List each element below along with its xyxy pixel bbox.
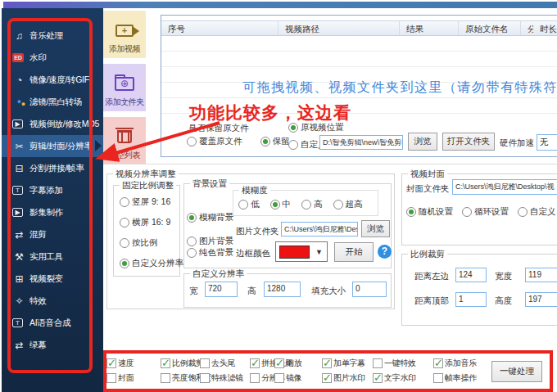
cover-mode-radio[interactable]: 自定义 (518, 206, 556, 218)
crop-left-input[interactable]: 124 (455, 268, 487, 282)
radio-icon (238, 200, 248, 210)
sidebar-item[interactable]: ● 滤镜/黑白转场 (2, 91, 103, 113)
add-folder-button[interactable]: ⊕ 添加文件夹 (103, 64, 146, 111)
sidebar-item[interactable]: ⇄ 混剪 (2, 223, 103, 246)
feature-checkbox[interactable]: 镜像 (274, 372, 301, 384)
sidebar-item-icon: ED (12, 53, 24, 62)
width-input[interactable]: 720 (205, 282, 238, 297)
start-button[interactable]: 开始 (334, 242, 374, 262)
sidebar-item-icon: ● (12, 98, 26, 106)
crop-panel-title: 比例裁剪 (408, 249, 447, 260)
fixed-ratio-radio[interactable]: 按比例 (120, 237, 183, 249)
blur-level-radio[interactable]: 低 (238, 199, 260, 210)
feature-checkbox[interactable]: 添加音乐 (433, 358, 477, 369)
sidebar-item[interactable]: ◔ 镜像/速度/转GIF (2, 69, 103, 91)
table-column-header[interactable]: 结果 (400, 21, 459, 35)
fixed-ratio-radio[interactable]: 竖屏 9: 16 (120, 196, 183, 208)
table-column-header[interactable]: 时长 (533, 21, 557, 35)
table-column-header[interactable]: 分辨率 (521, 21, 533, 35)
border-color-picker[interactable]: ▼ (275, 241, 328, 262)
video-camera-icon: + (115, 25, 134, 37)
checkbox-icon (200, 358, 210, 368)
sidebar-item[interactable]: ▶ 影集制作 (2, 201, 103, 223)
hw-accel-select[interactable]: 无 (537, 134, 557, 151)
background-mode-radio[interactable]: 图片背景 (187, 236, 233, 247)
sidebar-item[interactable]: ♫ 音乐处理 (2, 25, 103, 47)
keep-original-radio[interactable]: 保留 (260, 136, 290, 147)
checkbox-icon (250, 373, 260, 383)
table-column-header[interactable]: 序号 (161, 21, 278, 35)
feature-checkbox[interactable]: 一键特效 (373, 358, 416, 369)
feature-checkbox[interactable]: 特殊滤镜 (200, 372, 243, 384)
crop-width-input[interactable]: 119 (525, 268, 557, 282)
sidebar-item[interactable]: ✧ 特效 (2, 290, 103, 312)
crop-top-input[interactable]: 1 (455, 292, 487, 307)
add-video-button[interactable]: + 添加视频 (103, 11, 146, 58)
sidebar-item[interactable]: ▶ 视频倒放/修改MD5 (2, 113, 103, 135)
feature-checkbox[interactable]: 封面 (106, 372, 134, 384)
feature-checkbox[interactable]: 倒放 (274, 358, 301, 369)
width-label: 宽 (189, 286, 198, 297)
help-icon[interactable]: ? (378, 245, 392, 259)
sidebar-item-label: 滤镜/黑白转场 (29, 97, 82, 108)
checkbox-icon (322, 373, 332, 383)
checkbox-icon (161, 373, 170, 383)
checkbox-icon (274, 373, 284, 383)
radio-icon (301, 200, 311, 210)
sidebar-item-label: 分割/拼接/帧率 (29, 163, 84, 174)
blur-level-radio[interactable]: 中 (270, 199, 292, 210)
checkbox-icon (373, 373, 383, 383)
output-path-input[interactable]: D:\智免剪辑\new\智免剪辑 (319, 135, 403, 150)
sidebar-item[interactable]: ⊞ 视频裂变 (2, 268, 103, 290)
border-color-label: 边框颜色 (236, 248, 270, 259)
feature-checkbox[interactable]: 文字水印 (373, 372, 416, 384)
cover-mode-radio[interactable]: 随机设置 (406, 206, 453, 218)
checkbox-icon (373, 358, 383, 368)
fixed-ratio-radio[interactable]: 自定义分辨率 (120, 258, 183, 269)
fill-size-input[interactable]: 0 (352, 282, 387, 297)
feature-checkbox[interactable]: 帧率操作 (433, 372, 477, 384)
cover-folder-input[interactable]: C:\Users\鸿归尼雅\Desktop\视 (452, 179, 557, 195)
clear-list-button[interactable]: 清空列表 (103, 117, 146, 164)
sidebar-item[interactable]: T AI语音合成 (2, 312, 103, 334)
height-input[interactable]: 1280 (264, 282, 301, 297)
sidebar: ♫ 音乐处理 ED 水印 ◔ 镜像/速度/转GIF ● 滤镜/黑白转场 (2, 8, 103, 392)
radio-icon (187, 237, 197, 246)
background-title: 背景设置 (190, 178, 229, 190)
radio-icon (187, 213, 197, 223)
sidebar-item[interactable]: ⇄ 绿幕 (2, 334, 103, 356)
crop-height-input[interactable]: 197 (525, 292, 557, 307)
process-button[interactable]: 一键处理 (491, 361, 542, 382)
table-column-header[interactable]: 原始文件名 (459, 21, 521, 35)
sidebar-item[interactable]: T 字幕添加 (2, 179, 103, 201)
cover-mode-radio[interactable]: 循环设置 (462, 206, 509, 218)
color-swatch (279, 246, 310, 259)
feature-checkbox[interactable]: 加单字幕 (322, 358, 365, 369)
sidebar-item[interactable]: ⚒ 实用工具 (2, 246, 103, 268)
fixed-ratio-title: 固定比例调整 (120, 180, 176, 191)
feature-checkbox[interactable]: 比例裁剪 (161, 358, 204, 369)
image-folder-browse-button[interactable]: 浏览 (361, 220, 390, 237)
background-mode-radio[interactable]: 模糊背景 (187, 212, 233, 223)
blur-level-radio[interactable]: 超高 (333, 199, 363, 210)
keep-original-radio[interactable]: 覆盖原文件 (187, 136, 242, 147)
feature-checkbox[interactable]: 图片水印 (322, 372, 365, 384)
sidebar-item[interactable]: ⊟ 分割/拼接/帧率 (2, 157, 103, 179)
radio-icon (462, 207, 472, 217)
blur-level-radio[interactable]: 高 (301, 199, 323, 210)
background-mode-radio[interactable]: 纯色背景 (187, 247, 233, 259)
sidebar-item[interactable]: ✂ 剪辑/封面/分辨率 (2, 135, 103, 157)
feature-row-2: 亮度饱和度 特殊滤镜 分辨率 镜像 (106, 372, 550, 384)
sidebar-item-label: AI语音合成 (29, 318, 70, 329)
open-folder-button[interactable]: 打开文件夹 (442, 133, 495, 151)
table-column-header[interactable]: 视频路径 (278, 21, 400, 35)
browse-button[interactable]: 浏览 (408, 133, 437, 151)
video-table-header: 序号 视频路径 结果 原始文件名 分辨率 时长 (161, 20, 557, 36)
image-folder-input[interactable]: C:\Users\鸿归尼雅\Deskt (281, 222, 358, 237)
sidebar-item[interactable]: ED 水印 (2, 47, 103, 69)
feature-row-1: 比例裁剪 去头尾 拼接头尾 倒放 (106, 358, 550, 369)
feature-checkbox[interactable]: 去头尾 (200, 358, 235, 369)
feature-checkbox[interactable]: 速度 (106, 358, 134, 369)
fixed-ratio-radio[interactable]: 横屏 16: 9 (120, 217, 183, 228)
checkbox-icon (200, 373, 210, 383)
